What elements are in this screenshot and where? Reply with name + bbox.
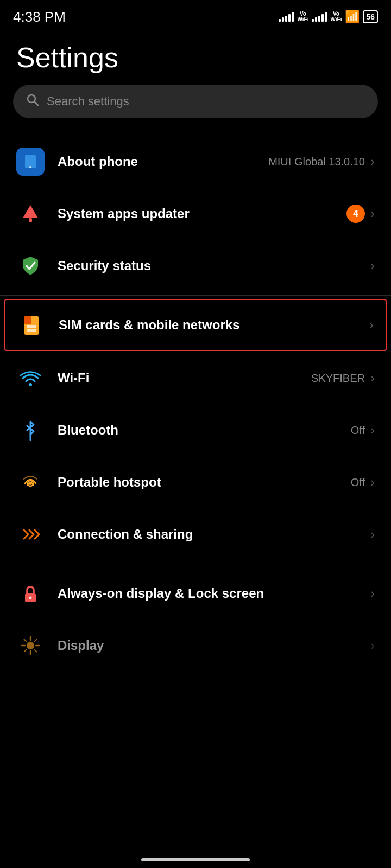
display-content: Display [58,638,370,653]
always-on-display-content: Always-on display & Lock screen [58,585,370,602]
always-on-display-icon [16,579,45,608]
system-apps-updater-badge: 4 [346,205,365,223]
svg-line-21 [24,640,27,642]
svg-line-1 [35,102,39,106]
sim-cards-right: › [369,317,374,333]
svg-point-15 [29,597,32,599]
svg-point-13 [29,482,32,485]
bluetooth-sublabel: Off [351,424,365,437]
portable-hotspot-sublabel: Off [351,476,365,489]
settings-item-about-phone[interactable]: About phone MIUI Global 13.0.10 › [0,136,391,188]
system-apps-updater-icon [16,200,45,228]
display-right: › [370,638,375,653]
connection-sharing-right: › [370,527,375,542]
about-phone-content: About phone [58,154,268,169]
always-on-display-label: Always-on display & Lock screen [58,585,370,602]
connection-sharing-icon [16,520,45,548]
settings-item-bluetooth[interactable]: Bluetooth Off › [0,404,391,456]
wifi-icon [16,364,45,392]
svg-marker-5 [23,205,38,218]
connection-sharing-label: Connection & sharing [58,527,370,542]
settings-item-security-status[interactable]: Security status › [0,240,391,292]
display-chevron: › [370,638,375,653]
bluetooth-icon [16,416,45,444]
search-bar[interactable]: Search settings [13,85,378,118]
portable-hotspot-chevron: › [370,475,375,490]
always-on-display-right: › [370,586,375,601]
svg-rect-6 [29,218,32,222]
about-phone-icon [16,148,45,176]
display-icon [16,631,45,660]
wifi-content: Wi-Fi [58,371,311,386]
portable-hotspot-icon [16,468,45,496]
wifi-right: SKYFIBER › [311,371,375,386]
svg-point-4 [29,166,31,168]
security-status-chevron: › [370,258,375,273]
home-indicator [141,858,250,861]
bluetooth-right: Off › [351,423,375,438]
portable-hotspot-content: Portable hotspot [58,475,351,490]
signal-bars-1 [279,12,294,22]
bluetooth-chevron: › [370,423,375,438]
svg-point-16 [27,642,34,649]
status-time: 4:38 PM [13,9,66,25]
wifi-chevron: › [370,371,375,386]
sim-cards-icon [17,311,46,339]
settings-item-portable-hotspot[interactable]: Portable hotspot Off › [0,456,391,508]
security-status-content: Security status [58,258,370,273]
always-on-display-chevron: › [370,586,375,601]
settings-item-display[interactable]: Display › [0,620,391,672]
status-icons: Vo WiFi Vo WiFi 📶 56 [279,10,378,24]
battery-indicator: 56 [363,10,378,23]
search-icon [26,93,39,110]
divider-1 [0,295,391,296]
divider-2 [0,564,391,564]
portable-hotspot-label: Portable hotspot [58,475,351,490]
display-label: Display [58,638,370,653]
search-placeholder: Search settings [47,94,129,108]
security-status-label: Security status [58,258,370,273]
sim-cards-content: SIM cards & mobile networks [59,317,369,333]
settings-item-always-on-display[interactable]: Always-on display & Lock screen › [0,567,391,620]
system-apps-updater-right: 4 › [346,205,375,223]
svg-rect-10 [27,329,36,332]
bluetooth-label: Bluetooth [58,423,351,438]
svg-rect-9 [27,325,36,328]
connection-sharing-chevron: › [370,527,375,542]
system-apps-updater-chevron: › [370,206,375,221]
settings-item-system-apps-updater[interactable]: System apps updater 4 › [0,188,391,240]
settings-item-wifi[interactable]: Wi-Fi SKYFIBER › [0,352,391,404]
security-status-icon [16,252,45,280]
settings-item-sim-cards[interactable]: SIM cards & mobile networks › [4,299,387,351]
sim-cards-label: SIM cards & mobile networks [59,317,369,333]
settings-list: About phone MIUI Global 13.0.10 › System… [0,136,391,672]
bluetooth-content: Bluetooth [58,423,351,438]
settings-item-connection-sharing[interactable]: Connection & sharing › [0,508,391,560]
wifi-label: Wi-Fi [58,371,311,386]
svg-line-24 [24,649,27,652]
vo-wifi-label-2: Vo WiFi [330,11,342,22]
svg-point-11 [29,383,32,386]
wifi-status-icon: 📶 [345,10,360,24]
about-phone-chevron: › [370,154,375,169]
svg-line-22 [34,649,37,652]
svg-rect-8 [24,316,31,324]
sim-cards-chevron: › [369,317,374,333]
security-status-right: › [370,258,375,273]
portable-hotspot-right: Off › [351,475,375,490]
status-bar: 4:38 PM Vo WiFi Vo WiFi 📶 5 [0,0,391,30]
about-phone-right: MIUI Global 13.0.10 › [268,154,375,169]
about-phone-sublabel: MIUI Global 13.0.10 [268,156,365,168]
wifi-sublabel: SKYFIBER [311,372,365,385]
connection-sharing-content: Connection & sharing [58,527,370,542]
system-apps-updater-content: System apps updater [58,206,346,221]
page-title: Settings [0,30,391,85]
system-apps-updater-label: System apps updater [58,206,346,221]
vo-wifi-label-1: Vo WiFi [297,11,308,22]
about-phone-label: About phone [58,154,268,169]
svg-line-23 [34,640,37,642]
signal-bars-2 [312,12,327,22]
